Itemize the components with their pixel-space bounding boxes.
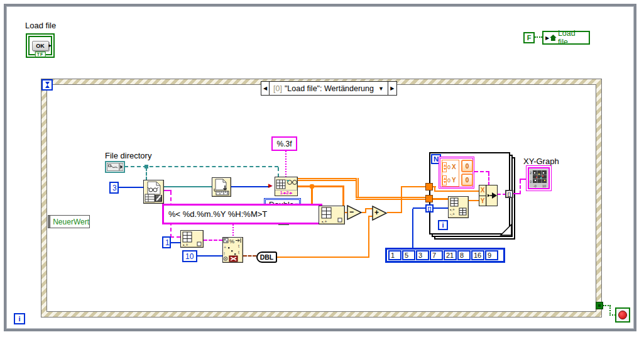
array-element-0[interactable]: 1 [388,250,401,260]
path-wire [146,167,147,180]
event-timeout-terminal[interactable] [41,79,53,91]
event-selector-next-icon[interactable]: ▶ [388,81,397,96]
load-file-local-variable[interactable]: ▶ Load file [542,31,590,45]
file-directory-terminal[interactable] [105,161,125,173]
int-wire [197,255,222,257]
for-loop-tunnel-autoindex-in[interactable]: [] [425,204,434,213]
array-wire [413,207,426,209]
index-array-node-numeric[interactable]: ▪.+ [319,206,345,224]
array-element-3[interactable]: 7 [430,250,443,260]
while-loop-iteration-terminal[interactable]: i [14,313,25,324]
ok-button[interactable]: OK [32,41,49,51]
array-element-1[interactable]: 5 [402,250,415,260]
svg-text:▪.+: ▪.+ [322,219,327,224]
svg-text:10: 10 [542,184,546,188]
int-wire [119,187,143,188]
data-array-constant[interactable]: 1 5 3 7 21 8 16 9 [385,248,505,263]
while-iteration-label: i [18,315,20,323]
loop-condition-terminal[interactable] [615,307,630,323]
event-selector[interactable]: ◀ [0] "Load file": Wertänderung ▼ ▶ [261,81,397,96]
bundle-y-input[interactable]: Y [479,196,486,206]
polymorphic-caption: 1-▸2-▸ [275,190,297,196]
array-element-4[interactable]: 21 [444,250,457,260]
array-element-2[interactable]: 3 [416,250,429,260]
cluster-x-display[interactable]: 0 [461,160,473,172]
svg-text:!: ! [224,251,225,256]
load-file-terminal[interactable]: OK ▸ TF [26,33,55,58]
false-constant[interactable]: F [523,32,535,43]
dbl-coercion-label: DBL [256,251,277,263]
refnum-wire [164,186,212,187]
index-array-icon: ▪.+ [319,206,344,224]
xy-cluster-constant[interactable]: 0 X 0 Y 0 0 [439,157,474,189]
house-icon [550,35,557,41]
scan-timestamp-node[interactable]: % + t ! t [222,237,243,263]
for-loop-iteration-terminal[interactable]: i [438,220,448,230]
event-selector-dropdown-icon[interactable]: ▼ [378,86,384,92]
2d-array-wire [297,178,357,181]
dbl-wire [469,200,479,201]
file-ruler-icon [212,178,231,196]
event-case-index: [0] [273,84,282,93]
x-spinner[interactable] [442,162,447,172]
index-array-node-string[interactable]: ▪.+ [180,230,204,248]
bundle-x-input[interactable]: X [479,185,486,196]
svg-text:t: t [238,244,239,248]
index-array-icon: ▪.+ [181,231,203,247]
event-stop-tunnel[interactable] [596,302,603,309]
bundle-glyph-icon [488,192,497,199]
event-selector-label[interactable]: [0] "Load file": Wertänderung ▼ [270,81,388,96]
add-glyph: + [374,208,379,217]
index-array-icon: ▪.+ ▫.+ [449,197,468,218]
iteration-terminal-label: i [442,221,444,229]
string-wire [170,236,180,238]
scan-timestamp-icon: % + t ! t [223,238,243,262]
base-constant[interactable]: 10 [182,250,197,262]
cluster-wire [474,171,489,172]
event-data-field[interactable]: NeuerWert [50,218,89,226]
array-wire [412,209,413,248]
xy-graph-icon: 2 0 -0 10 [530,169,548,187]
timestamp-wire [243,255,256,257]
read-spreadsheet-file-node[interactable] [143,180,164,204]
for-loop-tunnel-array[interactable] [425,195,433,202]
latch-arrow-icon: ▸ [48,42,52,48]
rows-constant[interactable]: 3 [109,182,119,194]
for-loop-fold-corner [499,223,512,236]
event-selector-prev-icon[interactable]: ◀ [261,81,270,96]
y-spinner[interactable] [442,175,447,185]
add-node[interactable]: + [372,206,388,221]
for-loop-tunnel-scalar[interactable] [425,183,433,191]
file-size-node[interactable] [212,177,231,197]
cluster-wire [488,172,489,185]
xy-graph-label: XY-Graph [523,157,559,166]
hourglass-icon [45,81,50,89]
bundle-node[interactable]: X Y [479,185,498,206]
time-format-constant[interactable]: %< %d.%m.%Y %H:%M>T [162,204,322,224]
1d-array-wire [342,186,344,206]
svg-text:▫.+: ▫.+ [450,212,455,216]
for-loop-tunnel-autoindex-out[interactable]: [] [505,190,513,198]
local-write-arrow-icon: ▶ [545,35,549,41]
svg-text:▪.+: ▪.+ [183,243,188,247]
load-file-label: Load file [25,21,56,30]
index-constant[interactable]: 1 [162,236,171,248]
event-data-node[interactable]: NeuerWert [48,215,90,228]
index-array-node-loop[interactable]: ▪.+ ▫.+ [448,196,469,218]
time-format-value: %< %d.%m.%Y %H:%M>T [164,209,267,219]
subtract-node[interactable]: − [347,205,363,220]
cluster-x-value[interactable]: 0 [447,164,450,170]
array-element-7[interactable]: 9 [485,250,498,260]
xy-graph-terminal[interactable]: 2 0 -0 10 [526,165,552,191]
local-variable-label: Load file [558,29,587,47]
spreadsheet-string-to-array-node[interactable]: 1-▸2-▸ [275,177,298,196]
dbl-wire [401,186,426,187]
cluster-y-display[interactable]: 0 [461,174,473,186]
subtract-glyph: − [349,207,354,216]
array-element-6[interactable]: 16 [471,250,484,260]
array-element-5[interactable]: 8 [457,250,471,260]
cluster-y-value[interactable]: 0 [447,177,450,184]
dbl-text: DBL [260,253,274,261]
index-constant-value: 1 [165,238,170,247]
float-format-constant[interactable]: %.3f [271,136,297,151]
